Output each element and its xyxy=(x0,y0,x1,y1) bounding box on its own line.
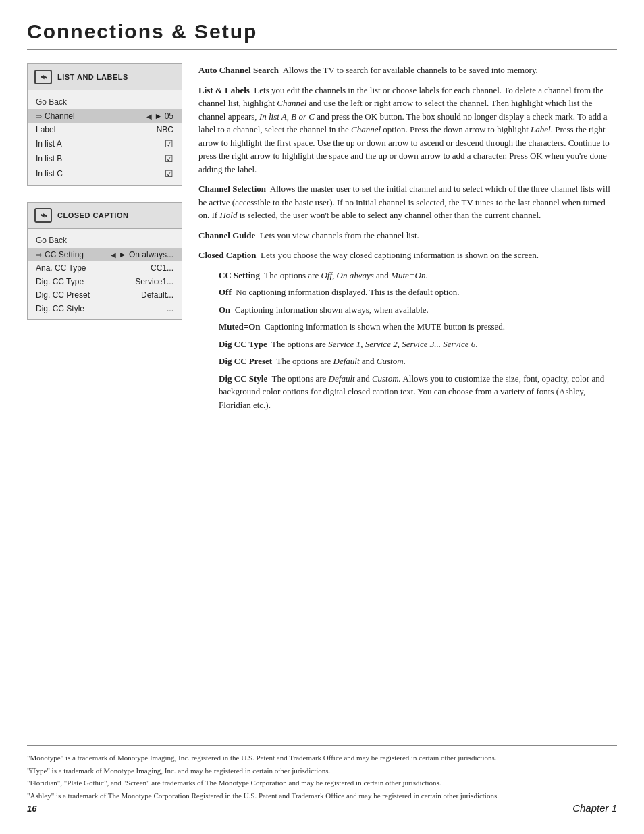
arrow-left-channel: ◀ xyxy=(146,113,152,120)
menu-closed-caption-body: Go Back ⇒ CC Setting ◀ ► On always... An… xyxy=(28,229,182,319)
dig-cc-type-title: Dig CC Type xyxy=(219,339,267,349)
right-column: Auto Channel Search Allows the TV to sea… xyxy=(198,63,617,417)
footer-page-line: 16 Chapter 1 xyxy=(27,802,617,814)
trademark-3: "Floridian", "Plate Gothic", and "Screen… xyxy=(27,777,617,789)
dig-cc-type-para: Dig CC Type The options are Service 1, S… xyxy=(219,338,617,351)
menu-list-labels: ⌁ LIST AND LABELS Go Back ⇒ Channel ◀ ► … xyxy=(27,63,182,186)
arrow-left-cc: ◀ xyxy=(111,251,116,259)
page-footer: "Monotype" is a trademark of Monotype Im… xyxy=(27,745,617,814)
menu-closed-caption-title: CLOSED CAPTION xyxy=(57,211,128,219)
menu-closed-caption-row-cc-setting[interactable]: ⇒ CC Setting ◀ ► On always... xyxy=(28,248,182,261)
menu-closed-caption: ⌁ CLOSED CAPTION Go Back ⇒ CC Setting ◀ … xyxy=(27,202,182,320)
menu-closed-caption-row-dig-cc-style[interactable]: Dig. CC Style ... xyxy=(28,302,182,315)
menu-closed-caption-header: ⌁ CLOSED CAPTION xyxy=(28,203,182,229)
menu-closed-caption-go-back[interactable]: Go Back xyxy=(28,233,182,248)
cc-subsections: CC Setting The options are Off, On alway… xyxy=(198,269,617,412)
channel-guide-title: Channel Guide xyxy=(198,230,255,240)
closed-caption-title: Closed Caption xyxy=(198,250,257,260)
page-number: 16 xyxy=(27,804,36,814)
cc-muted-on-para: Muted=On Captioning information is shown… xyxy=(219,320,617,334)
cc-on-para: On Captioning information shown always, … xyxy=(219,303,617,317)
menu-list-labels-row-in-list-a[interactable]: In list A ☑ xyxy=(28,136,182,151)
cc-setting-value: ► On always... xyxy=(119,250,173,259)
left-column: ⌁ LIST AND LABELS Go Back ⇒ Channel ◀ ► … xyxy=(27,63,182,417)
selection-arrow-cc-setting: ⇒ xyxy=(36,251,42,259)
closed-caption-para: Closed Caption Lets you choose the way c… xyxy=(198,249,617,262)
auto-channel-search-para: Auto Channel Search Allows the TV to sea… xyxy=(198,63,617,77)
menu-list-labels-icon: ⌁ xyxy=(34,70,52,84)
channel-selection-para: Channel Selection Allows the master user… xyxy=(198,182,617,222)
trademark-1: "Monotype" is a trademark of Monotype Im… xyxy=(27,752,617,764)
cc-off-title: Off xyxy=(219,287,232,297)
dig-cc-preset-para: Dig CC Preset The options are Default an… xyxy=(219,355,617,368)
list-labels-title: List & Labels xyxy=(198,85,250,95)
menu-list-labels-row-channel[interactable]: ⇒ Channel ◀ ► 05 xyxy=(28,109,182,123)
menu-closed-caption-row-dig-cc-preset[interactable]: Dig. CC Preset Default... xyxy=(28,288,182,302)
cc-off-para: Off No captioning information displayed.… xyxy=(219,286,617,299)
page-container: Connections & Setup ⌁ LIST AND LABELS Go… xyxy=(0,0,644,834)
menu-list-labels-row-in-list-c[interactable]: In list C ☑ xyxy=(28,166,182,181)
menu-list-labels-row-label[interactable]: Label NBC xyxy=(28,123,182,136)
cc-muted-on-title: Muted=On xyxy=(219,321,261,332)
cc-setting-title: CC Setting xyxy=(219,270,260,280)
menu-list-labels-body: Go Back ⇒ Channel ◀ ► 05 Label NBC xyxy=(28,90,182,185)
channel-value: ► 05 xyxy=(154,111,173,121)
content-layout: ⌁ LIST AND LABELS Go Back ⇒ Channel ◀ ► … xyxy=(27,63,617,417)
menu-list-labels-go-back[interactable]: Go Back xyxy=(28,95,182,109)
auto-channel-search-title: Auto Channel Search xyxy=(198,65,279,75)
menu-list-labels-title: LIST AND LABELS xyxy=(57,73,128,81)
menu-closed-caption-row-ana-cc-type[interactable]: Ana. CC Type CC1... xyxy=(28,261,182,275)
page-title: Connections & Setup xyxy=(27,20,617,50)
menu-list-labels-header: ⌁ LIST AND LABELS xyxy=(28,64,182,90)
menu-closed-caption-row-dig-cc-type[interactable]: Dig. CC Type Service1... xyxy=(28,275,182,288)
trademark-2: "iType" is a trademark of Monotype Imagi… xyxy=(27,765,617,777)
dig-cc-style-para: Dig CC Style The options are Default and… xyxy=(219,372,617,412)
menu-list-labels-row-in-list-b[interactable]: In list B ☑ xyxy=(28,151,182,166)
list-labels-para: List & Labels Lets you edit the channels… xyxy=(198,84,617,176)
dig-cc-preset-title: Dig CC Preset xyxy=(219,356,272,366)
channel-guide-para: Channel Guide Lets you view channels fro… xyxy=(198,229,617,242)
menu-closed-caption-icon: ⌁ xyxy=(34,208,52,223)
selection-arrow-channel: ⇒ xyxy=(36,112,42,121)
cc-on-title: On xyxy=(219,305,230,315)
chapter-label: Chapter 1 xyxy=(572,802,617,814)
trademark-4: "Ashley" is a trademark of The Monotype … xyxy=(27,790,617,802)
dig-cc-style-title: Dig CC Style xyxy=(219,373,267,384)
channel-selection-title: Channel Selection xyxy=(198,184,266,194)
cc-setting-para: CC Setting The options are Off, On alway… xyxy=(219,269,617,282)
